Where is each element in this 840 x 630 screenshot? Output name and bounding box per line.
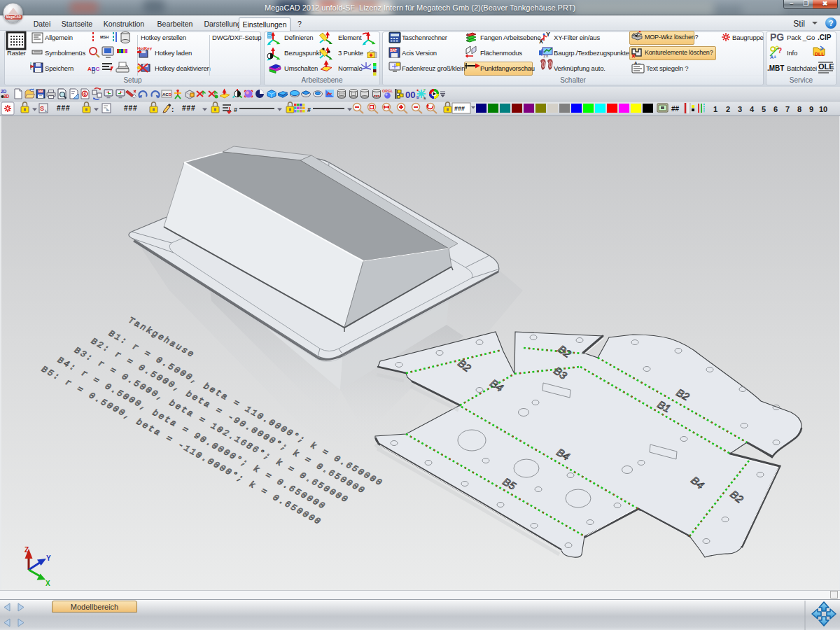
svg-text:8: 8 [797, 105, 802, 113]
svg-text:SAT: SAT [391, 48, 398, 52]
svg-text:###: ### [57, 104, 71, 112]
svg-text:X: X [46, 580, 50, 587]
svg-text:6: 6 [774, 105, 778, 113]
svg-text:5: 5 [762, 105, 766, 113]
svg-text:MSH: MSH [100, 35, 108, 39]
svg-text:10: 10 [819, 105, 827, 113]
svg-text:##: ## [671, 105, 680, 113]
svg-text:A+: A+ [770, 55, 776, 59]
svg-text:s: s [424, 96, 426, 100]
svg-text:1:n: 1:n [543, 54, 548, 58]
svg-text:7: 7 [785, 105, 790, 113]
svg-text:DLL: DLL [815, 52, 825, 57]
svg-text:S: S [40, 105, 44, 112]
svg-text:.CIP: .CIP [818, 34, 832, 41]
svg-text:OPGL: OPGL [382, 89, 393, 93]
svg-text:D: D [92, 69, 95, 74]
svg-text:###: ### [182, 104, 196, 112]
svg-text:###: ### [454, 105, 465, 112]
svg-text::: : [172, 106, 174, 113]
svg-text:HotKey: HotKey [137, 46, 153, 50]
svg-text:A↔: A↔ [634, 61, 641, 65]
svg-text:1: 1 [713, 105, 718, 113]
svg-text:2: 2 [726, 105, 730, 113]
svg-text:6: 6 [83, 92, 86, 97]
svg-text:00: 00 [405, 90, 415, 100]
svg-text:2D: 2D [1, 89, 7, 94]
svg-text:3D: 3D [4, 94, 10, 99]
svg-text:Z: Z [24, 546, 29, 554]
svg-text:ACD: ACD [162, 92, 172, 97]
svg-text:9: 9 [809, 105, 813, 113]
svg-text:?: ? [424, 88, 426, 92]
svg-text:Y: Y [46, 554, 51, 562]
svg-text:#: # [234, 106, 237, 113]
svg-text:MM: MM [38, 90, 43, 93]
svg-text:3: 3 [738, 105, 742, 113]
svg-text:b: b [416, 95, 419, 99]
svg-text:4: 4 [750, 105, 755, 113]
svg-text:###: ### [124, 104, 138, 112]
svg-text:OLE: OLE [818, 62, 834, 71]
svg-text:PG: PG [770, 31, 784, 43]
svg-text:#: # [307, 106, 311, 113]
svg-text:?: ? [778, 47, 782, 55]
svg-text:.MBT: .MBT [767, 64, 784, 72]
